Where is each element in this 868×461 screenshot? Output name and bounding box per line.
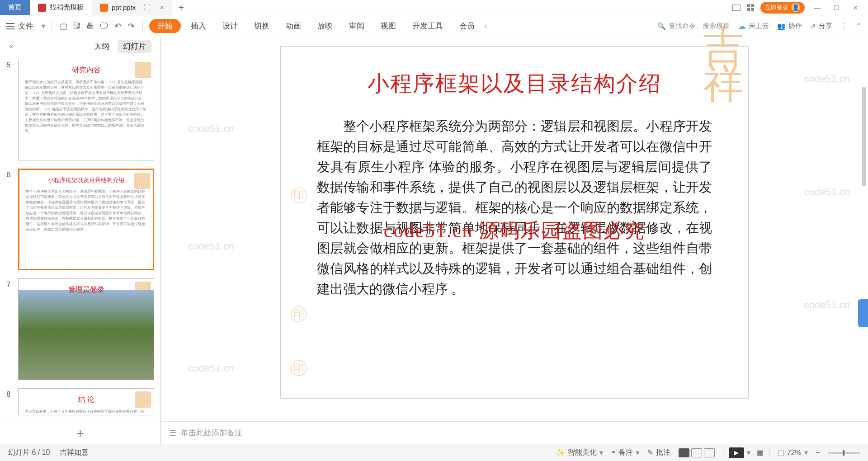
slide-counter: 幻灯片 6 / 10 — [8, 448, 50, 457]
tab-home[interactable]: 首页 — [0, 0, 30, 15]
tab-find-template[interactable]: 找稻壳模板 — [30, 0, 92, 15]
collapse-panel-icon[interactable]: « — [9, 42, 13, 50]
zoom-out-button[interactable]: − — [816, 449, 820, 457]
search-icon: 🔍 — [657, 22, 666, 30]
notes-icon: ☰ — [169, 428, 176, 438]
collapse-ribbon-icon[interactable]: ⌃ — [856, 22, 862, 30]
reading-view-icon[interactable] — [704, 448, 715, 457]
ribbon-tab-developer[interactable]: 开发工具 — [406, 21, 449, 31]
ribbon-tab-start[interactable]: 开始 — [149, 19, 181, 33]
close-tab-icon[interactable]: × — [160, 4, 164, 12]
notes-bar-icon: ≡ — [611, 449, 615, 457]
zoom-icon: ⬚ — [778, 448, 784, 457]
grid-icon[interactable]: ▦ — [757, 448, 764, 457]
file-menu[interactable]: 文件 — [18, 21, 33, 31]
current-slide[interactable]: 吉祥 ㊞ ㊞ ㊞ 小程序框架以及目录结构介绍 整个小程序框架系统分为两部分：逻辑… — [280, 46, 749, 399]
panel-tab-slides[interactable]: 幻灯片 — [118, 40, 151, 53]
slide-editor: code51.cn code51.cn code51.cn code51.cn … — [161, 37, 868, 444]
sorter-view-icon[interactable] — [691, 448, 702, 457]
seal-icon: ㊞ — [290, 301, 315, 326]
avatar-icon: 👤 — [791, 3, 800, 12]
titlebar: 首页 找稻壳模板 ppt.pptx ⛶ × + 立即登录 👤 — ☐ ✕ — [0, 0, 868, 15]
collaborate-button[interactable]: 👥 协作 — [777, 22, 802, 30]
print-icon[interactable]: 🖶 — [85, 21, 95, 31]
more-options-icon[interactable]: ⋮ — [840, 22, 848, 30]
seal-icon: ㊞ — [290, 182, 315, 207]
ribbon-tab-review[interactable]: 审阅 — [343, 21, 371, 31]
slide-thumbnail[interactable]: 6 小程序框架以及目录结构介绍整个小程序框架系统分为两部分：逻辑层和视图层。小程… — [6, 169, 154, 270]
print-preview-icon[interactable]: 🖵 — [99, 21, 109, 31]
slide-title[interactable]: 小程序框架以及目录结构介绍 — [317, 69, 712, 98]
normal-view-icon[interactable] — [679, 448, 689, 457]
slide-thumbnail[interactable]: 8 结 论本论文目标中，所述了五年来针对微信小程序教培学院开发的完整过程，有着丰… — [6, 388, 154, 415]
side-panel-handle[interactable] — [858, 299, 868, 327]
ribbon-tab-animation[interactable]: 动画 — [279, 21, 307, 31]
slide-thumbnail[interactable]: 5 研究内容围宁湖过乡村游的开发及实现。所着重的工作内容：（1）首先是确定选题，… — [6, 59, 154, 160]
fullscreen-icon[interactable]: ⛶ — [144, 4, 151, 11]
ribbon-tab-insert[interactable]: 插入 — [184, 21, 212, 31]
main-area: « 大纲 幻灯片 5 研究内容围宁湖过乡村游的开发及实现。所着重的工作内容：（1… — [0, 37, 868, 444]
close-window-button[interactable]: ✕ — [849, 4, 862, 11]
minimize-button[interactable]: — — [811, 4, 824, 11]
ribbon-tab-design[interactable]: 设计 — [216, 21, 244, 31]
ribbon-tab-member[interactable]: 会员 — [453, 21, 481, 31]
menu-icon[interactable] — [6, 23, 14, 29]
notes-pane[interactable]: ☰ 单击此处添加备注 — [161, 421, 868, 444]
undo-icon[interactable]: ↶ — [113, 21, 123, 31]
statusbar: 幻灯片 6 / 10 吉祥如意 ✨智能美化▾ ≡备注▾ ✎批注 ▶ ▾ ▦ ⬚7… — [0, 444, 868, 461]
new-slide-icon[interactable]: ▢ — [58, 21, 68, 31]
tab-document[interactable]: ppt.pptx ⛶ × — [92, 0, 172, 15]
redo-icon[interactable]: ↷ — [126, 21, 136, 31]
zoom-control[interactable]: ⬚72%▾ — [778, 448, 808, 457]
seal-icon: ㊞ — [290, 355, 315, 380]
panel-tab-outline[interactable]: 大纲 — [94, 41, 109, 52]
slide-thumbnail[interactable]: 7 管理员登录 — [6, 278, 154, 380]
slide-panel: « 大纲 幻灯片 5 研究内容围宁湖过乡村游的开发及实现。所着重的工作内容：（1… — [0, 37, 161, 444]
notes-placeholder[interactable]: 单击此处添加备注 — [181, 428, 242, 438]
add-slide-button[interactable]: + — [0, 423, 160, 444]
sparkle-icon: ✨ — [556, 448, 565, 457]
layout-single-icon[interactable] — [732, 5, 741, 11]
add-tab-button[interactable]: + — [172, 0, 190, 15]
app-grid-icon[interactable] — [747, 4, 754, 11]
play-icon[interactable]: ▶ — [729, 447, 744, 458]
comment-icon: ✎ — [647, 448, 653, 457]
login-button[interactable]: 立即登录 👤 — [760, 2, 805, 14]
thumbnails-list[interactable]: 5 研究内容围宁湖过乡村游的开发及实现。所着重的工作内容：（1）首先是确定选题，… — [0, 55, 160, 423]
share-button[interactable]: ↗ 分享 — [810, 22, 832, 30]
share-icon: ↗ — [810, 22, 816, 30]
zoom-slider[interactable] — [828, 452, 860, 454]
view-mode-switcher[interactable] — [679, 448, 715, 457]
comments-toggle[interactable]: ✎批注 — [647, 448, 670, 457]
decorative-seal: 吉祥 — [703, 28, 771, 110]
save-icon[interactable]: 🖫 — [72, 21, 82, 31]
theme-name: 吉祥如意 — [60, 448, 89, 457]
ribbon-tab-slideshow[interactable]: 放映 — [311, 21, 339, 31]
presenter-tools[interactable]: ▶ ▾ ▦ — [723, 447, 769, 458]
notes-toggle[interactable]: ≡备注▾ — [611, 448, 639, 457]
ribbon-tab-view[interactable]: 视图 — [374, 21, 402, 31]
slide-body-text[interactable]: 整个小程序框架系统分为两部分：逻辑层和视图层。小程序开发框架的目标是通过尽可能简… — [317, 116, 712, 299]
vertical-scrollbar[interactable] — [862, 73, 867, 403]
smart-beautify-button[interactable]: ✨智能美化▾ — [556, 448, 603, 457]
collaborate-icon: 👥 — [777, 22, 786, 30]
ribbon-more-icon[interactable]: › — [485, 22, 487, 30]
ribbon-tab-transition[interactable]: 切换 — [248, 21, 276, 31]
maximize-button[interactable]: ☐ — [830, 4, 843, 11]
